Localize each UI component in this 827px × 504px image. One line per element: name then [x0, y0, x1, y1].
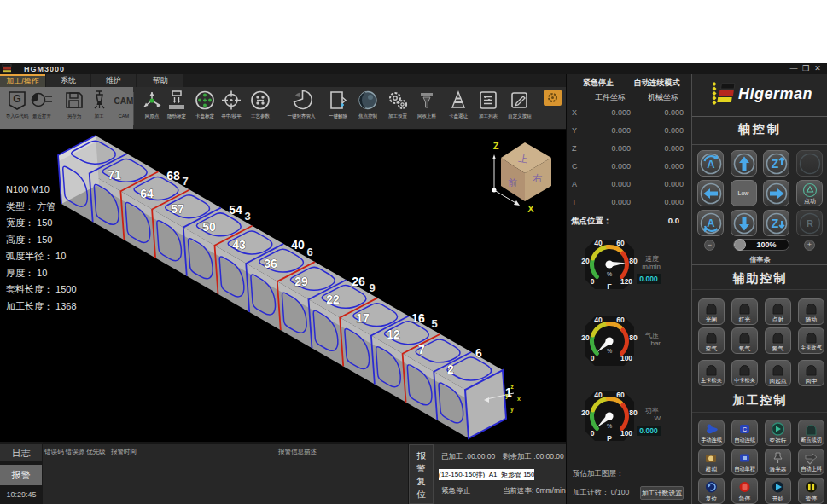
svg-text:m/min: m/min [642, 263, 661, 270]
svg-text:前: 前 [508, 177, 518, 188]
svg-text:上: 上 [518, 153, 529, 165]
svg-text:右: 右 [533, 173, 543, 183]
svg-text:Z: Z [772, 157, 779, 171]
svg-text:套料长度： 1500: 套料长度： 1500 [6, 284, 77, 294]
svg-text:60: 60 [616, 239, 625, 247]
svg-text:Higerman: Higerman [738, 85, 812, 102]
svg-text:F: F [607, 282, 612, 291]
svg-text:7: 7 [182, 175, 188, 188]
svg-text:宽度： 150: 宽度： 150 [6, 217, 52, 228]
svg-text:速度: 速度 [645, 255, 659, 263]
svg-text:16: 16 [411, 311, 425, 325]
svg-text:N100 M10: N100 M10 [6, 184, 50, 194]
svg-text:20: 20 [581, 333, 590, 342]
svg-text:43: 43 [232, 238, 246, 252]
svg-text:弧度半径： 10: 弧度半径： 10 [6, 251, 66, 261]
svg-text:80: 80 [629, 333, 638, 342]
svg-text:A: A [707, 217, 715, 229]
svg-text:G: G [13, 93, 20, 105]
svg-text:5: 5 [431, 317, 437, 330]
svg-text:P: P [607, 434, 612, 443]
svg-text:12: 12 [387, 327, 400, 341]
svg-text:68: 68 [166, 169, 180, 182]
svg-text:60: 60 [616, 391, 625, 399]
svg-text:80: 80 [629, 408, 638, 417]
svg-text:W: W [654, 414, 661, 422]
svg-text:Z: Z [772, 217, 779, 230]
svg-text:80: 80 [629, 257, 638, 265]
svg-text:40: 40 [594, 316, 603, 324]
svg-text:厚度： 10: 厚度： 10 [6, 268, 47, 278]
svg-text:100: 100 [620, 429, 632, 437]
svg-text:%: % [607, 348, 612, 354]
svg-text:类型： 方管: 类型： 方管 [6, 201, 55, 211]
svg-text:z: z [510, 384, 514, 390]
svg-text:C: C [743, 426, 747, 432]
svg-text:6: 6 [306, 246, 312, 258]
svg-text:0: 0 [591, 429, 595, 437]
svg-text:40: 40 [594, 391, 603, 399]
svg-text:功率: 功率 [645, 407, 659, 414]
svg-text:气压: 气压 [645, 332, 659, 339]
svg-text:54: 54 [229, 203, 242, 217]
svg-text:36: 36 [264, 257, 277, 270]
svg-text:120: 120 [620, 277, 632, 286]
svg-text:点动: 点动 [804, 198, 816, 205]
svg-text:%: % [607, 271, 612, 277]
svg-text:40: 40 [594, 239, 603, 247]
svg-text:y: y [510, 406, 514, 413]
svg-text:2: 2 [447, 362, 454, 376]
svg-text:29: 29 [294, 275, 308, 288]
svg-text:%: % [607, 423, 612, 429]
svg-text:50: 50 [202, 220, 216, 234]
svg-text:20: 20 [581, 408, 590, 417]
svg-text:0: 0 [591, 277, 595, 286]
svg-text:100: 100 [620, 354, 632, 362]
svg-text:0.000: 0.000 [639, 275, 658, 283]
svg-text:60: 60 [616, 316, 625, 324]
svg-text:6: 6 [475, 346, 482, 360]
svg-text:加工长度： 1368: 加工长度： 1368 [6, 301, 77, 311]
svg-text:26: 26 [352, 275, 365, 288]
svg-text:57: 57 [171, 202, 184, 216]
svg-text:7: 7 [418, 343, 425, 356]
svg-text:71: 71 [108, 168, 121, 182]
svg-text:R: R [807, 218, 813, 229]
svg-text:A: A [707, 158, 715, 171]
svg-text:CAM: CAM [114, 96, 134, 106]
svg-text:y: y [505, 392, 509, 399]
svg-text:20: 20 [581, 257, 590, 265]
svg-text:17: 17 [356, 311, 370, 325]
svg-text:64: 64 [140, 187, 154, 200]
svg-text:0.000: 0.000 [639, 426, 658, 435]
svg-text:22: 22 [326, 293, 340, 306]
svg-text:9: 9 [369, 281, 375, 294]
svg-text:高度： 150: 高度： 150 [6, 235, 52, 245]
svg-text:x: x [517, 396, 521, 402]
svg-text:0: 0 [591, 354, 595, 362]
svg-text:3: 3 [244, 210, 250, 223]
svg-text:X: X [527, 204, 534, 214]
svg-text:bar: bar [650, 339, 661, 347]
svg-text:Z: Z [493, 141, 499, 151]
svg-text:40: 40 [291, 238, 305, 252]
